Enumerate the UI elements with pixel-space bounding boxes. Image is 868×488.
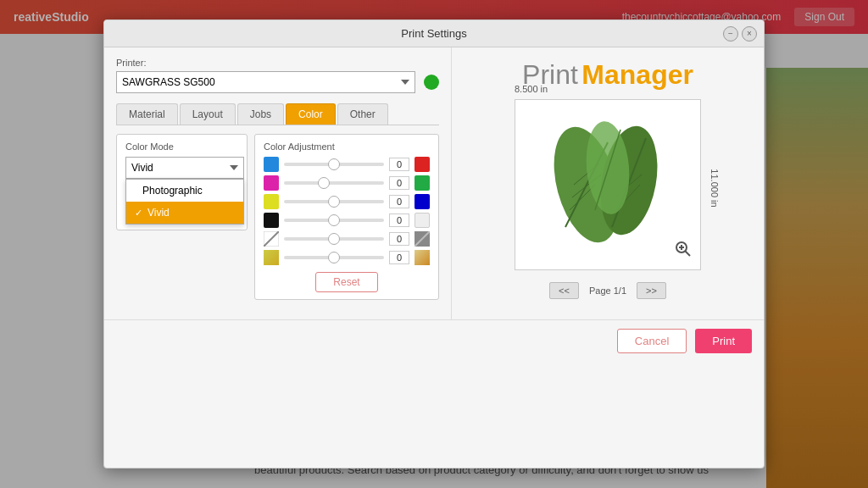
preview-width-label: 8.500 in [515,84,548,94]
slider-value-6: 0 [389,251,409,264]
color-mode-select[interactable]: Vivid Photographic [125,157,244,179]
slider-track-4[interactable] [284,213,384,228]
printer-row: SAWGRASS SG500 [116,71,439,93]
left-panel: Printer: SAWGRASS SG500 Material Layout … [104,47,452,319]
color-adj-label: Color Adjustment [264,141,430,152]
close-button[interactable]: × [742,26,757,42]
next-page-button[interactable]: >> [637,282,666,299]
left-content: Color Mode Vivid Photographic [116,134,439,300]
printer-select[interactable]: SAWGRASS SG500 [116,71,415,93]
modal-titlebar: Print Settings − × [104,20,764,47]
color-adj-section: Color Adjustment 0 [254,134,439,300]
modal-body: Printer: SAWGRASS SG500 Material Layout … [104,47,764,319]
preview-height-label: 11.000 in [709,169,719,207]
slider-thumb-6[interactable] [328,252,340,263]
swatch-black [264,213,279,228]
slider-track-inner-4 [284,219,384,222]
leaf-preview-image [540,100,676,269]
tab-color[interactable]: Color [286,103,336,125]
svg-rect-4 [264,250,279,265]
slider-row-6: 0 [264,250,430,265]
dropdown-item-photographic[interactable]: Photographic [126,180,243,202]
swatch-diagonal-2 [415,231,430,247]
slider-row-4: 0 [264,213,430,228]
tab-other[interactable]: Other [337,103,388,125]
slider-row-2: 0 [264,175,430,191]
slider-thumb-1[interactable] [328,158,340,170]
swatch-yellow [264,194,279,209]
print-manager-title: Print Manager [464,59,752,91]
slider-track-2[interactable] [284,175,384,191]
slider-row-3: 0 [264,194,430,209]
tabs-container: Material Layout Jobs Color Other [116,103,439,125]
prev-page-button[interactable]: << [549,282,579,299]
swatch-dark-blue [415,194,430,209]
reset-button[interactable]: Reset [315,272,377,292]
color-mode-label: Color Mode [125,141,238,152]
slider-row-1: 0 [264,157,430,172]
color-adj-box: Color Adjustment 0 [254,134,439,300]
slider-track-6[interactable] [284,250,384,265]
tab-jobs[interactable]: Jobs [237,103,284,125]
slider-thumb-2[interactable] [318,177,330,189]
color-mode-dropdown-wrapper: Vivid Photographic Photographic [125,157,238,179]
swatch-gradient-2 [415,250,430,265]
swatch-white [415,213,430,228]
svg-rect-5 [415,250,430,265]
swatch-green [415,175,430,191]
slider-thumb-4[interactable] [328,214,340,226]
cancel-button[interactable]: Cancel [617,329,687,353]
modal-overlay: Print Settings − × Printer: SAWGRASS SG5… [0,0,868,488]
preview-area [515,99,701,270]
print-button[interactable]: Print [695,329,752,353]
slider-track-inner-5 [284,237,384,241]
swatch-diagonal-1 [264,231,279,247]
page-info: Page 1/1 [589,286,626,296]
slider-track-inner-3 [284,200,384,203]
tab-material[interactable]: Material [116,103,178,125]
slider-value-1: 0 [389,158,409,171]
swatch-blue [264,157,279,172]
printer-label: Printer: [116,58,439,68]
slider-track-1[interactable] [284,157,384,172]
print-settings-modal: Print Settings − × Printer: SAWGRASS SG5… [103,19,765,469]
slider-value-5: 0 [389,232,409,246]
printer-status-dot [424,75,439,90]
pagination-row: << Page 1/1 >> [515,282,701,299]
color-mode-box: Color Mode Vivid Photographic [116,134,248,300]
slider-value-2: 0 [389,176,409,190]
slider-track-inner-1 [284,163,384,166]
right-panel: Print Manager 8.500 in [452,47,764,319]
slider-thumb-3[interactable] [328,196,340,208]
modal-footer: Cancel Print [104,319,764,362]
pm-manager-text: Manager [581,59,693,90]
slider-row-5: 0 [264,231,430,247]
preview-container: 8.500 in [515,99,701,277]
color-mode-dropdown-open: Photographic ✓ Vivid [125,179,244,225]
tab-layout[interactable]: Layout [180,103,236,125]
slider-track-3[interactable] [284,194,384,209]
color-mode-section: Color Mode Vivid Photographic [116,134,248,230]
modal-title: Print Settings [401,27,466,40]
minimize-button[interactable]: − [723,26,738,42]
svg-line-18 [686,252,691,257]
slider-value-4: 0 [389,214,409,227]
swatch-gradient-1 [264,250,279,265]
slider-track-inner-2 [284,181,384,185]
slider-value-3: 0 [389,195,409,208]
modal-controls: − × [723,26,757,42]
zoom-icon[interactable] [673,239,693,263]
swatch-magenta [264,175,279,191]
swatch-red [415,157,430,172]
slider-track-5[interactable] [284,231,384,247]
dropdown-item-vivid[interactable]: ✓ Vivid [126,202,243,224]
slider-track-inner-6 [284,256,384,259]
slider-thumb-5[interactable] [328,233,340,245]
